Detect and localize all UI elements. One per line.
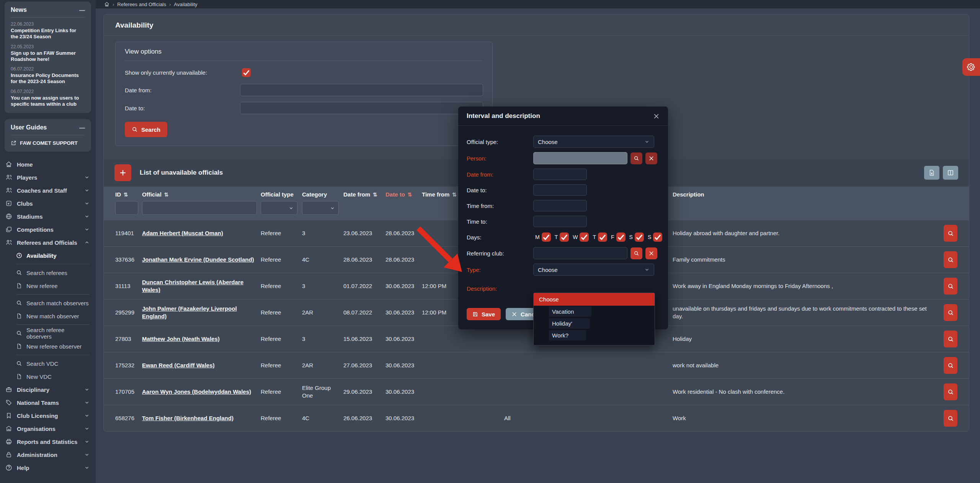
day-checkbox[interactable] <box>542 232 551 242</box>
sidebar-item-players[interactable]: Players <box>0 171 96 184</box>
type-option[interactable]: Vacation <box>534 306 655 318</box>
sidebar-item-label: Help <box>17 465 29 471</box>
day-checkbox[interactable] <box>616 232 626 242</box>
sidebar-item-national-teams[interactable]: National Teams <box>0 396 96 409</box>
category-filter-select[interactable] <box>302 201 339 215</box>
referring-club-input[interactable] <box>533 247 627 259</box>
news-item[interactable]: 06.07.2022 Insurance Policy Documents fo… <box>11 66 85 85</box>
column-header[interactable]: Date to⇅ <box>385 191 422 198</box>
person-clear-button[interactable] <box>645 152 657 164</box>
sidebar-item-home[interactable]: Home <box>0 158 96 171</box>
club-clear-button[interactable] <box>645 247 657 259</box>
search-button[interactable]: Search <box>125 122 167 137</box>
column-settings-button[interactable] <box>943 166 958 180</box>
official-link[interactable]: Adam Herbert (Muscat Oman) <box>142 230 223 236</box>
sidebar-item-referees-and-officials[interactable]: Referees and Officials <box>0 236 96 249</box>
modal-date-from-input[interactable] <box>533 169 587 180</box>
collapse-icon[interactable]: — <box>79 7 85 13</box>
file-icon <box>16 283 22 289</box>
sidebar-item-disciplinary[interactable]: Disciplinary <box>0 383 96 396</box>
sidebar-item-new-match-observer[interactable]: New match observer <box>0 309 96 323</box>
club-search-button[interactable] <box>630 247 642 259</box>
type-select[interactable]: Choose <box>533 264 654 276</box>
news-item[interactable]: 06.07.2022 You can now assign users to s… <box>11 89 85 108</box>
faw-comet-support-link[interactable]: FAW COMET SUPPORT <box>11 140 85 146</box>
sidebar-item-clubs[interactable]: Clubs <box>0 197 96 210</box>
official-link[interactable]: Matthew John (Neath Wales) <box>142 336 220 342</box>
type-option[interactable]: Choose <box>534 293 655 306</box>
row-detail-button[interactable] <box>944 383 957 400</box>
time-to-input[interactable] <box>533 216 587 227</box>
sidebar-item-administration[interactable]: Administration <box>0 448 96 461</box>
type-option[interactable]: Holiday' <box>534 318 655 329</box>
sidebar-item-search-referees[interactable]: Search referees <box>0 266 96 279</box>
home-icon[interactable] <box>104 2 109 7</box>
export-excel-button[interactable] <box>924 166 939 180</box>
day-checkbox[interactable] <box>635 232 644 242</box>
row-detail-button[interactable] <box>944 331 957 347</box>
close-icon[interactable] <box>653 113 660 120</box>
time-from-input[interactable] <box>533 200 587 211</box>
column-header[interactable]: Official⇅ <box>142 191 261 198</box>
sort-icon[interactable]: ⇅ <box>452 192 457 198</box>
sidebar-item-search-referee-observers[interactable]: Search referee observers <box>0 327 96 340</box>
column-header[interactable]: ID⇅ <box>115 191 142 198</box>
sidebar-item-new-referee[interactable]: New referee <box>0 279 96 292</box>
official-type-select[interactable]: Choose <box>533 136 654 148</box>
save-button[interactable]: Save <box>467 308 501 320</box>
show-only-checkbox[interactable] <box>242 68 251 77</box>
sidebar-item-availability[interactable]: Availability <box>0 249 96 262</box>
column-header[interactable]: Date from⇅ <box>343 191 385 198</box>
sidebar-item-club-licensing[interactable]: Club Licensing <box>0 409 96 422</box>
sidebar-item-coaches-and-staff[interactable]: Coaches and Staff <box>0 184 96 197</box>
date-from-input[interactable] <box>240 84 483 96</box>
official-link[interactable]: Duncan Christopher Lewis (Aberdare Wales… <box>142 279 243 293</box>
official-link[interactable]: John Palmer (Fazakerley Liverpool Englan… <box>142 305 237 319</box>
official-type-filter-select[interactable] <box>261 201 297 215</box>
row-detail-button[interactable] <box>944 251 957 268</box>
row-detail-button[interactable] <box>944 225 957 242</box>
day-checkbox[interactable] <box>653 232 662 242</box>
day-checkbox[interactable] <box>560 232 569 242</box>
official-link[interactable]: Tom Fisher (Birkenhead England) <box>142 415 234 421</box>
sort-icon[interactable]: ⇅ <box>124 192 128 198</box>
sidebar-item-label: Reports and Statistics <box>17 439 77 445</box>
sidebar-item-competitions[interactable]: Competitions <box>0 223 96 236</box>
news-item[interactable]: 22.06.2023 Competition Entry Links for t… <box>11 21 85 40</box>
official-link[interactable]: Aaron Wyn Jones (Bodelwyddan Wales) <box>142 388 251 395</box>
day-checkbox[interactable] <box>580 232 589 242</box>
sidebar-item-search-vdc[interactable]: Search VDC <box>0 357 96 370</box>
row-detail-button[interactable] <box>944 304 957 321</box>
sidebar-item-search-match-observers[interactable]: Search match observers <box>0 296 96 309</box>
id-filter-input[interactable] <box>115 201 138 215</box>
sidebar-item-organisations[interactable]: Organisations <box>0 422 96 435</box>
divider <box>11 135 85 135</box>
settings-gear-button[interactable] <box>962 58 980 76</box>
row-detail-button[interactable] <box>944 278 957 295</box>
official-link[interactable]: Jonathan Mark Ervine (Dundee Scotland) <box>142 256 254 263</box>
sidebar-item-reports-and-statistics[interactable]: Reports and Statistics <box>0 435 96 448</box>
sidebar-item-new-vdc[interactable]: New VDC <box>0 370 96 383</box>
news-item[interactable]: 22.05.2023 Sign up to an FAW Summer Road… <box>11 44 85 63</box>
person-input[interactable] <box>533 152 627 164</box>
add-interval-button[interactable] <box>114 164 131 181</box>
cell-date-from: 15.06.2023 <box>343 335 385 343</box>
official-filter-input[interactable] <box>142 201 257 215</box>
date-to-input[interactable] <box>240 102 483 114</box>
sort-icon[interactable]: ⇅ <box>408 192 412 198</box>
breadcrumb-availability[interactable]: Availability <box>174 2 197 7</box>
collapse-icon[interactable]: — <box>79 124 85 131</box>
breadcrumb-referees[interactable]: Referees and Officials <box>117 2 166 7</box>
official-link[interactable]: Ewan Reed (Cardiff Wales) <box>142 362 214 368</box>
sidebar-item-help[interactable]: Help <box>0 461 96 474</box>
person-search-button[interactable] <box>630 152 642 164</box>
row-detail-button[interactable] <box>944 410 957 427</box>
type-option[interactable]: Work? <box>534 329 655 341</box>
sidebar-item-new-referee-observer[interactable]: New referee observer <box>0 340 96 353</box>
row-detail-button[interactable] <box>944 357 957 374</box>
sort-icon[interactable]: ⇅ <box>164 192 169 198</box>
sidebar-item-stadiums[interactable]: Stadiums <box>0 210 96 223</box>
day-checkbox[interactable] <box>598 232 607 242</box>
sort-icon[interactable]: ⇅ <box>373 192 377 198</box>
modal-date-to-input[interactable] <box>533 184 587 196</box>
